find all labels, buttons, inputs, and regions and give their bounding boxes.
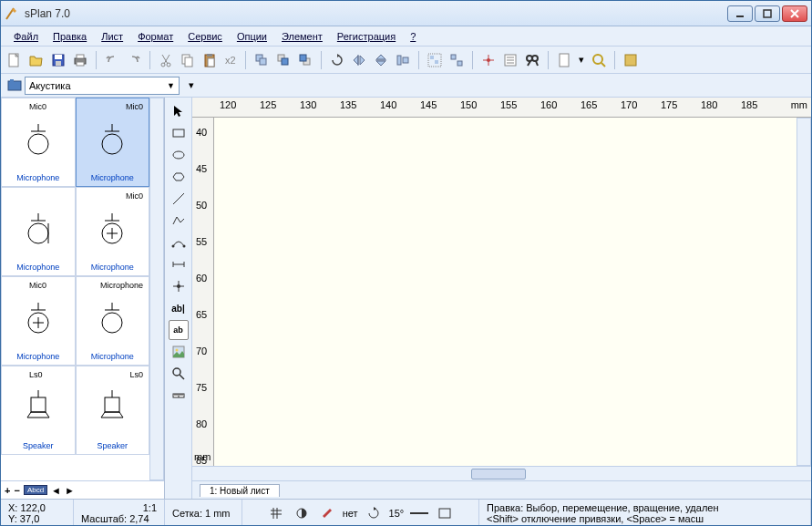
menu-sheet[interactable]: Лист <box>94 29 130 44</box>
page-icon[interactable] <box>554 50 574 70</box>
palette-item[interactable]: Ls0Speaker <box>76 366 150 455</box>
palette-item[interactable]: MicrophoneMicrophone <box>76 276 150 366</box>
svg-line-40 <box>601 63 605 67</box>
menu-options[interactable]: Опции <box>230 29 274 44</box>
svg-point-84 <box>173 368 180 376</box>
minus-icon[interactable]: − <box>14 485 19 496</box>
menu-format[interactable]: Формат <box>130 29 180 44</box>
svg-line-73 <box>173 193 184 204</box>
palette-item[interactable]: Mic0Microphone <box>76 187 150 276</box>
redo-icon[interactable] <box>124 50 144 70</box>
contrast-icon[interactable] <box>292 503 312 523</box>
canvas-hscrollbar[interactable] <box>192 466 811 480</box>
rect-style-icon[interactable] <box>435 503 455 523</box>
minimize-button[interactable] <box>727 5 753 22</box>
svg-rect-21 <box>300 55 306 61</box>
menu-file[interactable]: Файл <box>6 29 46 44</box>
palette-scrollbar[interactable] <box>149 98 164 480</box>
measure-tool-icon[interactable] <box>169 386 189 406</box>
menu-help[interactable]: ? <box>403 29 423 44</box>
group-icon[interactable] <box>425 50 445 70</box>
send-back-icon[interactable] <box>295 50 315 70</box>
duplicate-icon[interactable] <box>252 50 272 70</box>
align-icon[interactable] <box>393 50 413 70</box>
palette-item[interactable]: Ls0Speaker <box>1 366 76 455</box>
svg-rect-28 <box>457 61 462 66</box>
flip-v-icon[interactable] <box>371 50 391 70</box>
status-hint1: Правка: Выбор, перемещение, вращение, уд… <box>487 502 803 513</box>
polyline-tool-icon[interactable] <box>169 211 189 231</box>
angle-icon[interactable] <box>364 503 384 523</box>
library-select[interactable]: Акустика ▼ <box>25 77 180 95</box>
menu-registration[interactable]: Регистрация <box>330 29 403 44</box>
palette-item[interactable]: Mic0Microphone <box>76 98 150 187</box>
palette-item[interactable]: Mic0Microphone <box>1 98 76 187</box>
label-toggle-icon[interactable]: Abcd <box>24 485 47 495</box>
status-grid: 1 mm <box>205 508 231 519</box>
grid-toggle-icon[interactable] <box>266 503 286 523</box>
text-tool-icon[interactable]: ab| <box>169 298 189 318</box>
drawing-canvas[interactable] <box>214 118 797 466</box>
maximize-button[interactable] <box>755 5 780 22</box>
canvas-vscrollbar[interactable] <box>797 118 811 466</box>
ruler-vertical[interactable]: 40455055606570758085mm <box>192 118 214 466</box>
print-icon[interactable] <box>70 50 90 70</box>
new-icon[interactable] <box>5 50 25 70</box>
paste-x2[interactable]: x2 <box>221 50 240 70</box>
bezier-tool-icon[interactable] <box>169 232 189 253</box>
ellipse-tool-icon[interactable] <box>169 145 189 165</box>
palette-grid: Mic0MicrophoneMic0MicrophoneMicrophoneMi… <box>1 98 149 480</box>
special-tool-icon[interactable] <box>169 167 189 187</box>
svg-rect-71 <box>173 129 184 137</box>
svg-rect-22 <box>397 56 401 65</box>
pointer-tool-icon[interactable] <box>169 101 189 121</box>
menubar: Файл Правка Лист Формат Сервис Опции Эле… <box>1 26 811 46</box>
svg-point-10 <box>167 63 170 67</box>
status-hint2: <Shift> отключение привязки, <Space> = м… <box>487 513 803 524</box>
dropdown-icon[interactable]: ▾ <box>576 50 587 70</box>
menu-edit[interactable]: Правка <box>46 29 94 44</box>
svg-point-9 <box>161 63 165 67</box>
copy-icon[interactable] <box>178 50 198 70</box>
rotate-icon[interactable] <box>327 50 347 70</box>
node-tool-icon[interactable] <box>169 276 189 296</box>
cut-icon[interactable] <box>156 50 176 70</box>
library-icon[interactable] <box>5 76 25 96</box>
library-menu-icon[interactable]: ▾ <box>181 76 201 96</box>
titlebar: sPlan 7.0 <box>1 1 811 26</box>
paste-icon[interactable] <box>200 50 220 70</box>
snap-icon[interactable] <box>478 50 499 70</box>
palette-item[interactable]: Microphone <box>1 187 76 276</box>
palette-left-icon[interactable]: ◄ <box>51 485 61 496</box>
flip-h-icon[interactable] <box>349 50 369 70</box>
search-icon[interactable] <box>522 50 542 70</box>
rect-tool-icon[interactable] <box>169 123 189 143</box>
bring-front-icon[interactable] <box>273 50 293 70</box>
line-weight-icon[interactable] <box>409 503 429 523</box>
image-tool-icon[interactable] <box>169 342 189 362</box>
plus-icon[interactable]: + <box>5 485 10 496</box>
library-bar: Акустика ▼ ▾ <box>1 74 811 98</box>
close-button[interactable] <box>782 5 807 22</box>
open-icon[interactable] <box>26 50 46 70</box>
dimension-tool-icon[interactable] <box>169 254 189 274</box>
palette-item[interactable]: Mic0Microphone <box>1 276 76 366</box>
ungroup-icon[interactable] <box>447 50 467 70</box>
zoom-tool-icon[interactable] <box>169 364 189 384</box>
menu-element[interactable]: Элемент <box>274 29 330 44</box>
status-text2: нет <box>343 508 358 519</box>
svg-rect-4 <box>55 55 62 59</box>
undo-icon[interactable] <box>102 50 122 70</box>
list-icon[interactable] <box>500 50 520 70</box>
save-icon[interactable] <box>48 50 68 70</box>
line-tool-icon[interactable] <box>169 189 189 209</box>
pen-style-icon[interactable] <box>317 503 337 523</box>
component-icon[interactable] <box>621 50 641 70</box>
zoom-fit-icon[interactable] <box>589 50 609 70</box>
sheet-tab[interactable]: 1: Новый лист <box>200 484 280 497</box>
textbox-tool-icon[interactable]: ab <box>169 320 189 340</box>
menu-service[interactable]: Сервис <box>180 29 230 44</box>
palette-right-icon[interactable]: ► <box>65 485 75 496</box>
ruler-horizontal[interactable]: mm 1201251301351401451501551601651701751… <box>192 98 811 118</box>
svg-rect-19 <box>282 58 288 65</box>
